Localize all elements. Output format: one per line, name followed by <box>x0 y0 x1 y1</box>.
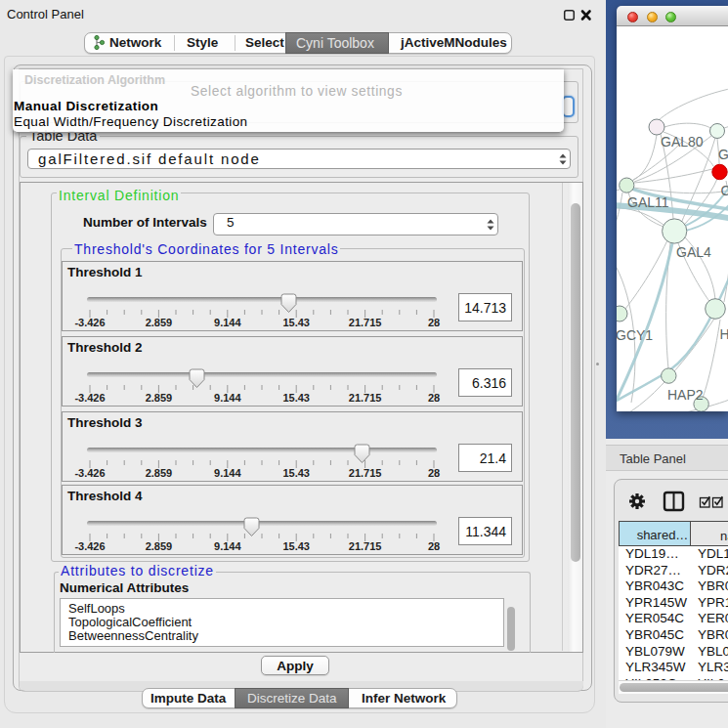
svg-text:G…: G… <box>718 147 728 162</box>
svg-text:GCY1: GCY1 <box>617 327 653 343</box>
svg-text:H: H <box>720 326 728 342</box>
svg-text:C: C <box>721 183 728 198</box>
svg-text:GAL11: GAL11 <box>627 194 669 210</box>
svg-text:HAP2: HAP2 <box>667 387 704 403</box>
svg-text:GAL4: GAL4 <box>676 244 711 260</box>
svg-text:GAL80: GAL80 <box>661 134 704 150</box>
